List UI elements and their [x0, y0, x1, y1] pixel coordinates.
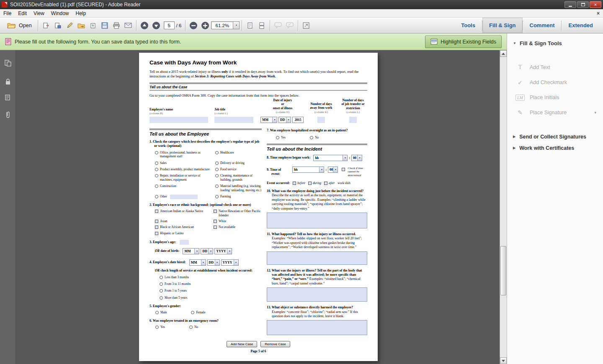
- page-number-input[interactable]: 5: [164, 21, 175, 29]
- q1-option-radio[interactable]: [155, 185, 158, 188]
- scroll-down-button[interactable]: [500, 357, 507, 364]
- menubar-close-icon[interactable]: ×: [597, 10, 600, 16]
- q2-option-checkbox[interactable]: [214, 226, 217, 229]
- page-thumbnails-button[interactable]: [0, 56, 16, 70]
- email-button[interactable]: [122, 20, 134, 31]
- q12-answer-field[interactable]: [267, 287, 367, 302]
- days-away-field[interactable]: [317, 117, 325, 123]
- convert-page-button[interactable]: [52, 20, 64, 31]
- add-new-case-button[interactable]: Add New Case: [227, 341, 257, 347]
- export-pages-button[interactable]: [40, 20, 52, 31]
- zoom-level-value[interactable]: 61.2%: [211, 21, 233, 29]
- q11-answer-field[interactable]: [267, 251, 367, 265]
- zoom-dropdown-button[interactable]: ▼: [233, 21, 240, 29]
- q1-option-radio[interactable]: [155, 174, 158, 177]
- q1-option-radio[interactable]: [155, 151, 158, 154]
- zoom-out-button[interactable]: [188, 20, 199, 31]
- tab-tools[interactable]: Tools: [454, 18, 482, 33]
- continuous-scroll-button[interactable]: [256, 20, 268, 31]
- injury-year-field[interactable]: 2015: [292, 117, 304, 123]
- close-button[interactable]: ×: [590, 1, 601, 8]
- service-option-radio[interactable]: [160, 276, 163, 279]
- event-before-checkbox[interactable]: [293, 182, 296, 185]
- q2-option-checkbox[interactable]: [155, 210, 158, 213]
- send-file-button[interactable]: [75, 20, 87, 31]
- q1-option-radio[interactable]: [215, 161, 219, 165]
- gender-option-radio[interactable]: [155, 311, 159, 314]
- highlight-comment-button[interactable]: [284, 20, 296, 31]
- tab-fill-sign[interactable]: Fill & Sign: [482, 18, 523, 33]
- q10-answer-field[interactable]: [267, 213, 367, 228]
- days-transfer-field[interactable]: [349, 117, 357, 123]
- document-viewport[interactable]: Case with Days Away from Work Tell us ab…: [16, 50, 500, 364]
- menu-edit[interactable]: Edit: [15, 10, 30, 17]
- layers-panel-button[interactable]: [0, 90, 16, 105]
- maximize-button[interactable]: [577, 1, 589, 8]
- other-occupation-field[interactable]: [170, 195, 198, 199]
- hired-month-select[interactable]: MM▼: [189, 259, 206, 266]
- tab-extended[interactable]: Extended: [562, 18, 600, 33]
- add-checkmark-tool[interactable]: ✓ Add Checkmark: [507, 75, 603, 90]
- q2-option-checkbox[interactable]: [155, 232, 158, 235]
- open-button[interactable]: Open: [3, 20, 36, 31]
- fill-sign-panel-header[interactable]: ▼ Fill & Sign Tools: [507, 33, 603, 51]
- send-collect-signatures-section[interactable]: ▶ Send or Collect Signatures: [507, 131, 603, 142]
- hospitalized-option-radio[interactable]: [276, 136, 279, 139]
- menu-view[interactable]: View: [30, 10, 48, 17]
- service-option-radio[interactable]: [160, 296, 163, 300]
- q1-option-radio[interactable]: [155, 195, 158, 198]
- print-button[interactable]: [111, 20, 122, 31]
- er-option-radio[interactable]: [155, 326, 159, 329]
- gender-option-radio[interactable]: [191, 311, 194, 314]
- q2-option-checkbox[interactable]: [214, 210, 217, 213]
- highlight-existing-fields-button[interactable]: Highlight Existing Fields: [425, 36, 502, 48]
- service-option-radio[interactable]: [160, 282, 163, 286]
- q1-option-radio[interactable]: [155, 161, 158, 165]
- q2-option-checkbox[interactable]: [214, 220, 217, 223]
- fullscreen-button[interactable]: [300, 20, 312, 31]
- q1-option-radio[interactable]: [215, 195, 219, 198]
- sticky-note-button[interactable]: [272, 20, 284, 31]
- scrollbar-thumb[interactable]: [500, 246, 506, 295]
- menu-window[interactable]: Window: [48, 10, 72, 17]
- place-signature-tool[interactable]: ✎ Place Signature ▾: [507, 105, 603, 120]
- menu-file[interactable]: File: [0, 10, 15, 17]
- event-minute-select[interactable]: 00▼: [328, 167, 338, 173]
- q1-option-radio[interactable]: [155, 168, 158, 171]
- signature-dropdown-icon[interactable]: ▾: [594, 110, 599, 115]
- vertical-scrollbar[interactable]: [500, 50, 507, 364]
- tab-comment[interactable]: Comment: [523, 18, 562, 33]
- add-text-tool[interactable]: T Add Text: [507, 60, 603, 75]
- q2-option-checkbox[interactable]: [155, 220, 158, 223]
- q1-option-radio[interactable]: [215, 174, 219, 177]
- q13-answer-field[interactable]: [267, 320, 367, 335]
- menu-help[interactable]: Help: [72, 10, 90, 17]
- q2-option-checkbox[interactable]: [155, 226, 158, 229]
- place-initials-tool[interactable]: LM Place Initials: [507, 90, 603, 105]
- job-title-field[interactable]: [214, 117, 253, 123]
- q1-option-radio[interactable]: [215, 168, 219, 171]
- injury-month-select[interactable]: MM▼: [260, 117, 277, 123]
- attachments-panel-button[interactable]: [0, 108, 16, 122]
- dob-month-select[interactable]: MM▼: [183, 248, 199, 254]
- next-page-button[interactable]: [150, 20, 162, 31]
- q1-option-radio[interactable]: [215, 185, 219, 188]
- began-work-hour-select[interactable]: hh▼: [313, 155, 348, 161]
- hired-day-select[interactable]: DD▼: [207, 259, 220, 266]
- sign-document-button[interactable]: [64, 20, 75, 31]
- q1-option-radio[interactable]: [215, 151, 219, 154]
- event-during-checkbox[interactable]: [308, 182, 312, 185]
- event-after-checkbox[interactable]: [324, 182, 327, 185]
- dob-year-select[interactable]: YYYY▼: [214, 248, 232, 254]
- zoom-in-button[interactable]: [199, 20, 211, 31]
- hired-year-select[interactable]: YYYY▼: [221, 259, 239, 266]
- save-button[interactable]: [99, 20, 111, 31]
- er-option-radio[interactable]: [189, 326, 193, 329]
- employee-name-field[interactable]: [149, 117, 208, 123]
- dob-day-select[interactable]: DD▼: [201, 248, 213, 254]
- remove-case-button[interactable]: Remove Case: [260, 341, 290, 347]
- share-upload-button[interactable]: [87, 20, 99, 31]
- employee-age-field[interactable]: [180, 240, 189, 245]
- previous-page-button[interactable]: [139, 20, 150, 31]
- scroll-up-button[interactable]: [500, 50, 507, 57]
